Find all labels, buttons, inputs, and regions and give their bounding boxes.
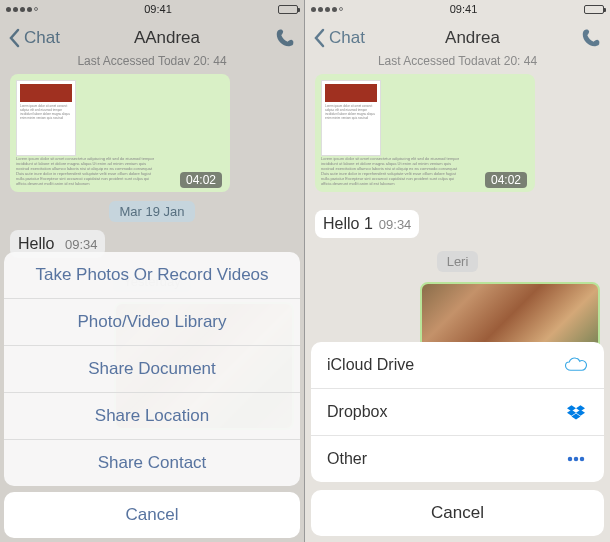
call-button[interactable] [580, 27, 602, 49]
dropbox-icon [564, 402, 588, 422]
message-text: Hello 1 [323, 215, 373, 232]
other-option[interactable]: Other [311, 435, 604, 482]
provider-label: Dropbox [327, 403, 387, 421]
message-time: 04:02 [180, 172, 222, 188]
back-label: Chat [329, 28, 365, 48]
status-time: 09:41 [450, 3, 478, 15]
status-bar: 09:41 [0, 0, 304, 18]
more-icon [564, 449, 588, 469]
action-sheet-options: Take Photos Or Record Videos Photo/Video… [4, 252, 300, 486]
svg-point-0 [568, 457, 573, 462]
take-photo-option[interactable]: Take Photos Or Record Videos [4, 252, 300, 298]
provider-label: iCloud Drive [327, 356, 414, 374]
message-time: 04:02 [485, 172, 527, 188]
nav-bar: Chat AAndrea [0, 18, 304, 58]
share-document-option[interactable]: Share Document [4, 345, 300, 392]
message-time: 09:34 [65, 237, 98, 252]
call-button[interactable] [274, 27, 296, 49]
right-phone: 09:41 Chat Andrea Last Accessed Todavat … [305, 0, 610, 542]
battery-icon [584, 5, 604, 14]
document-provider-sheet: iCloud Drive Dropbox Other Cancel [311, 342, 604, 536]
last-seen: Last Accessed Todav 20: 44 [0, 54, 304, 68]
chevron-left-icon [313, 28, 325, 48]
text-message[interactable]: Hello 109:34 [315, 210, 419, 238]
left-phone: 09:41 Chat AAndrea Last Accessed Todav 2… [0, 0, 305, 542]
battery-icon [278, 5, 298, 14]
cancel-button[interactable]: Cancel [311, 490, 604, 536]
cancel-button[interactable]: Cancel [4, 492, 300, 538]
status-time: 09:41 [144, 3, 172, 15]
chevron-left-icon [8, 28, 20, 48]
signal-dots [311, 7, 343, 12]
message-time: 09:34 [379, 217, 412, 232]
share-location-option[interactable]: Share Location [4, 392, 300, 439]
share-contact-option[interactable]: Share Contact [4, 439, 300, 486]
svg-point-2 [580, 457, 585, 462]
last-seen: Last Accessed Todavat 20: 44 [305, 54, 610, 68]
chat-title[interactable]: AAndrea [134, 28, 200, 48]
dropbox-option[interactable]: Dropbox [311, 388, 604, 435]
signal-dots [6, 7, 38, 12]
status-bar: 09:41 [305, 0, 610, 18]
photo-library-option[interactable]: Photo/Video Library [4, 298, 300, 345]
message-text: Hello [18, 235, 54, 252]
phone-icon [580, 27, 602, 49]
back-button[interactable]: Chat [8, 28, 60, 48]
provider-list: iCloud Drive Dropbox Other [311, 342, 604, 482]
attachment-action-sheet: Take Photos Or Record Videos Photo/Video… [4, 252, 300, 538]
document-message[interactable]: Lorem ipsum dolor sit amet consect adipi… [315, 74, 535, 192]
document-message[interactable]: Lorem ipsum dolor sit amet consect adipi… [10, 74, 230, 192]
date-divider: Leri [305, 252, 610, 270]
chat-title[interactable]: Andrea [445, 28, 500, 48]
nav-bar: Chat Andrea [305, 18, 610, 58]
cloud-icon [564, 355, 588, 375]
icloud-drive-option[interactable]: iCloud Drive [311, 342, 604, 388]
date-divider: Mar 19 Jan [0, 202, 304, 220]
back-button[interactable]: Chat [313, 28, 365, 48]
provider-label: Other [327, 450, 367, 468]
back-label: Chat [24, 28, 60, 48]
phone-icon [274, 27, 296, 49]
svg-point-1 [574, 457, 579, 462]
